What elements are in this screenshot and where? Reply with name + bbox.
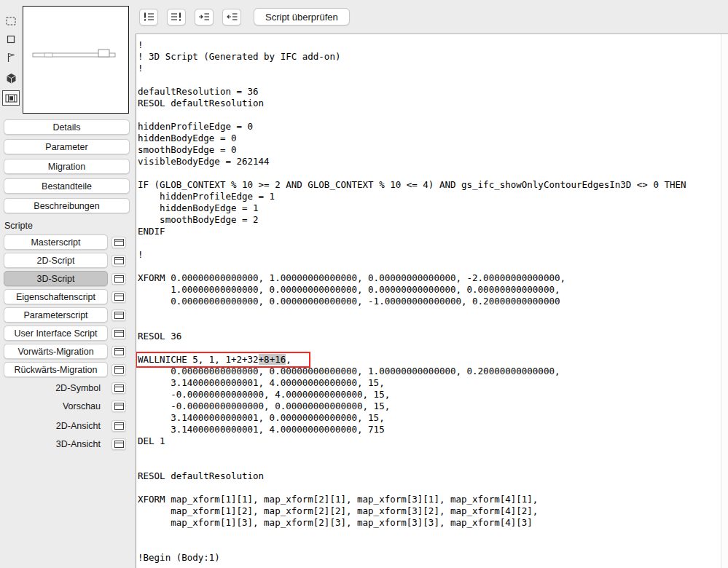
code-line: ! bbox=[138, 63, 728, 74]
open-window-button[interactable] bbox=[111, 255, 126, 267]
code-line: smoothBodyEdge = 2 bbox=[138, 214, 728, 226]
plain-row: 3D-Ansicht bbox=[4, 436, 136, 451]
code-line: 3.14000000000001, 4.00000000000000, 15, bbox=[138, 377, 728, 389]
2d-script-button[interactable]: 2D-Script bbox=[4, 253, 108, 268]
flag-icon[interactable] bbox=[2, 51, 20, 64]
check-script-button[interactable]: Script überprüfen bbox=[254, 8, 350, 25]
2d-ansicht-label: 2D-Ansicht bbox=[4, 421, 108, 431]
open-window-button[interactable] bbox=[111, 237, 126, 248]
masterscript-button[interactable]: Masterscript bbox=[4, 234, 108, 250]
object-preview bbox=[23, 6, 129, 114]
code-line: 0.00000000000000, 0.00000000000000, 1.00… bbox=[138, 366, 728, 377]
sidebar: Details Parameter Migration Bestandteile… bbox=[0, 0, 136, 568]
code-line: hiddenBodyEdge = 0 bbox=[138, 133, 728, 144]
indent-left-icon[interactable] bbox=[222, 9, 241, 25]
open-window-button[interactable] bbox=[111, 364, 126, 376]
code-line bbox=[138, 459, 728, 470]
vorschau-label: Vorschau bbox=[4, 401, 108, 411]
script-row: 3D-Script bbox=[4, 271, 136, 286]
vertical-scrollbar[interactable] bbox=[721, 34, 728, 568]
code-line: DEL 1 bbox=[138, 435, 728, 447]
code-line: RESOL 36 bbox=[138, 331, 728, 342]
code-line: RESOL defaultResolution bbox=[138, 470, 728, 482]
filmstrip-icon[interactable] bbox=[2, 90, 20, 106]
code-line bbox=[138, 540, 728, 552]
code-line bbox=[138, 342, 728, 354]
scripts-section-label: Scripte bbox=[4, 221, 136, 231]
code-line bbox=[138, 237, 728, 249]
code-line: !Begin (Body:1) bbox=[138, 552, 728, 564]
preview-tool-strip bbox=[0, 6, 22, 114]
code-line: IF (GLOB_CONTEXT % 10 >= 2 AND GLOB_CONT… bbox=[138, 179, 728, 191]
beschreibungen-button[interactable]: Beschreibungen bbox=[4, 198, 130, 213]
comment-lines-icon[interactable] bbox=[139, 9, 158, 25]
eigenschaftenscript-button[interactable]: Eigenschaftenscript bbox=[4, 289, 108, 304]
code-line: ENDIF bbox=[138, 226, 728, 237]
script-row: Masterscript bbox=[4, 234, 136, 250]
code-line: -0.00000000000000, 4.00000000000000, 15, bbox=[138, 389, 728, 401]
open-window-button[interactable] bbox=[111, 401, 126, 412]
plain-row: 2D-Symbol bbox=[4, 380, 136, 395]
preview-drawing bbox=[23, 7, 128, 113]
script-rows: Masterscript 2D-Script 3D-Script Eigensc… bbox=[0, 234, 136, 377]
plain-row: Vorschau bbox=[4, 398, 136, 414]
parameterscript-button[interactable]: Parameterscript bbox=[4, 307, 108, 323]
code-line bbox=[138, 529, 728, 540]
code-line: map_xform[1][3], map_xform[2][3], map_xf… bbox=[138, 517, 728, 529]
code-line bbox=[138, 261, 728, 272]
code-line: map_xform[1][2], map_xform[2][2], map_xf… bbox=[138, 505, 728, 517]
plain-row: 2D-Ansicht bbox=[4, 418, 136, 433]
code-line: 0.00000000000000, 0.00000000000000, -1.0… bbox=[138, 296, 728, 307]
vorwaerts-migration-button[interactable]: Vorwärts-Migration bbox=[4, 344, 108, 359]
open-window-button[interactable] bbox=[111, 273, 126, 285]
script-row: 2D-Script bbox=[4, 253, 136, 268]
code-line bbox=[138, 307, 728, 319]
code-line: ! bbox=[138, 39, 728, 51]
indent-right-icon[interactable] bbox=[195, 9, 214, 25]
cube-icon[interactable] bbox=[2, 72, 20, 85]
2d-symbol-label: 2D-Symbol bbox=[4, 383, 108, 393]
code-line: hiddenProfileEdge = 0 bbox=[138, 121, 728, 133]
code-line bbox=[138, 482, 728, 494]
code-line: 1.00000000000000, 0.00000000000000, 0.00… bbox=[138, 284, 728, 296]
rueckwaerts-migration-button[interactable]: Rückwärts-Migration bbox=[4, 362, 108, 377]
open-window-button[interactable] bbox=[111, 438, 126, 450]
open-window-button[interactable] bbox=[111, 291, 126, 303]
script-row: Rückwärts-Migration bbox=[4, 362, 136, 377]
user-interface-script-button[interactable]: User Interface Script bbox=[4, 326, 108, 341]
code-line: hiddenProfileEdge = 1 bbox=[138, 191, 728, 202]
open-window-button[interactable] bbox=[111, 346, 126, 358]
open-window-button[interactable] bbox=[111, 328, 126, 339]
script-row: User Interface Script bbox=[4, 326, 136, 341]
code-line: defaultResolution = 36 bbox=[138, 86, 728, 98]
open-window-button[interactable] bbox=[111, 309, 126, 321]
symbol-rows: 2D-Symbol Vorschau bbox=[0, 380, 136, 414]
code-line: 3.14000000000001, 4.00000000000000, 715 bbox=[138, 424, 728, 435]
code-line: WALLNICHE 5, 1, 1+2+32+8+16, bbox=[138, 354, 728, 366]
uncomment-lines-icon[interactable] bbox=[167, 9, 186, 25]
code-line: ! bbox=[138, 249, 728, 261]
3d-script-button[interactable]: 3D-Script bbox=[4, 271, 108, 286]
parameter-button[interactable]: Parameter bbox=[4, 139, 130, 154]
code-line: -0.00000000000000, 0.00000000000000, 15, bbox=[138, 401, 728, 412]
code-line bbox=[138, 167, 728, 179]
3d-ansicht-label: 3D-Ansicht bbox=[4, 439, 108, 449]
script-row: Parameterscript bbox=[4, 307, 136, 323]
open-window-button[interactable] bbox=[111, 420, 126, 432]
migration-button[interactable]: Migration bbox=[4, 159, 130, 174]
code-line bbox=[138, 109, 728, 121]
code-line bbox=[138, 447, 728, 459]
code-line: hiddenBodyEdge = 1 bbox=[138, 202, 728, 214]
view-rows: 2D-Ansicht 3D-Ansicht bbox=[0, 418, 136, 451]
script-row: Eigenschaftenscript bbox=[4, 289, 136, 304]
code-line: ! 3D Script (Generated by IFC add-on) bbox=[138, 51, 728, 63]
script-editor[interactable]: !! 3D Script (Generated by IFC add-on)! … bbox=[136, 33, 728, 568]
square-icon[interactable] bbox=[2, 33, 20, 46]
editor-toolbar: Script überprüfen bbox=[136, 0, 728, 33]
code-content[interactable]: !! 3D Script (Generated by IFC add-on)! … bbox=[136, 34, 728, 564]
open-window-button[interactable] bbox=[111, 382, 126, 394]
details-button[interactable]: Details bbox=[4, 119, 130, 135]
marquee-rect-icon[interactable] bbox=[2, 15, 20, 28]
bestandteile-button[interactable]: Bestandteile bbox=[4, 178, 130, 194]
code-line: XFORM map_xform[1][1], map_xform[2][1], … bbox=[138, 494, 728, 505]
